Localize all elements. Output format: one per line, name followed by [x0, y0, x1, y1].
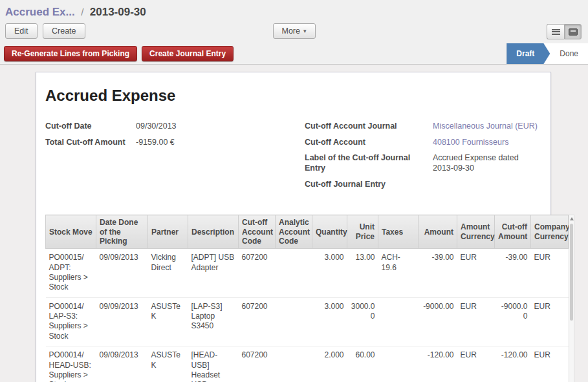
column-header[interactable]: Amount [419, 215, 457, 249]
table-row[interactable]: PO00014/ HEAD-USB: Suppliers > Stock09/0… [46, 346, 569, 382]
more-label: More [281, 27, 299, 36]
table-scrollbar[interactable] [569, 215, 574, 382]
table-row[interactable]: PO00015/ ADPT: Suppliers > Stock09/09/20… [46, 249, 569, 297]
scrollbar-thumb[interactable] [570, 224, 573, 321]
field-value: Accrued Expense dated 2013-09-30 [433, 153, 525, 173]
lines-table-zone: Stock Move Date Done of the Picking Part… [45, 215, 574, 382]
scroll-up-arrow-icon[interactable] [570, 217, 574, 220]
status-step-draft: Draft [506, 43, 550, 64]
field-group: Cut-off Date 09/30/2013 Total Cut-off Am… [45, 122, 541, 195]
column-header[interactable]: Taxes [378, 215, 419, 249]
table-cell: ACH-19.6 [378, 249, 419, 297]
table-cell: [HEAD-USB] Headset USB [188, 346, 239, 382]
table-cell: Vicking Direct [148, 249, 188, 297]
table-cell: EUR [457, 297, 495, 346]
table-cell: 2.000 [312, 346, 347, 382]
column-header[interactable]: Unit Price [347, 215, 378, 249]
field-label: Label of the Cut-off Journal Entry [305, 153, 433, 173]
table-cell [276, 346, 312, 382]
breadcrumb: Accrued Ex... / 2013-09-30 [0, 0, 588, 20]
list-icon [552, 29, 560, 35]
table-cell [378, 297, 419, 346]
lines-table: Stock Move Date Done of the Picking Part… [45, 215, 569, 382]
field-label: Cut-off Account Journal [305, 122, 433, 132]
create-journal-entry-button[interactable]: Create Journal Entry [142, 46, 234, 61]
field-label: Total Cut-off Amount [45, 138, 136, 148]
table-header-row: Stock Move Date Done of the Picking Part… [46, 215, 569, 249]
field-value: 09/30/2013 [136, 122, 177, 132]
table-cell: EUR [531, 346, 569, 382]
table-cell [378, 346, 419, 382]
column-header[interactable]: Cut-off Amount [495, 215, 531, 249]
field-label: Cut-off Journal Entry [305, 180, 433, 190]
regenerate-lines-button[interactable]: Re-Generate Lines from Picking [4, 46, 137, 61]
chevron-down-icon: ▾ [303, 28, 307, 34]
table-cell: 09/09/2013 [96, 297, 148, 346]
field-label: Cut-off Date [45, 122, 136, 132]
table-cell [276, 297, 312, 346]
table-cell: EUR [531, 249, 569, 297]
table-cell: ASUSTeK [148, 346, 188, 382]
breadcrumb-current: 2013-09-30 [90, 6, 146, 18]
table-cell: -9000.00 [419, 297, 457, 346]
table-cell: -120.00 [495, 346, 531, 382]
view-switcher [547, 24, 582, 39]
column-header[interactable]: Cut-off Account Code [239, 215, 276, 249]
column-header[interactable]: Date Done of the Picking [96, 215, 148, 249]
table-cell: EUR [457, 346, 495, 382]
table-cell: 13.00 [347, 249, 378, 297]
edit-button[interactable]: Edit [5, 23, 38, 39]
field-value: -9159.00 € [136, 138, 175, 148]
table-cell: -39.00 [495, 249, 531, 297]
table-cell: 3000.00 [347, 297, 378, 346]
table-cell: PO00014/ HEAD-USB: Suppliers > Stock [46, 346, 96, 382]
list-view-button[interactable] [547, 24, 564, 39]
table-cell: 3.000 [312, 297, 347, 346]
table-cell: PO00015/ ADPT: Suppliers > Stock [46, 249, 96, 297]
toolbar: Edit Create More ▾ [0, 20, 588, 43]
table-cell: 3.000 [312, 249, 347, 297]
column-header[interactable]: Analytic Account Code [276, 215, 312, 249]
table-cell: 607200 [239, 249, 276, 297]
form-view-button[interactable] [564, 24, 582, 39]
status-step-done: Done [550, 43, 588, 64]
table-cell: [ADPT] USB Adapter [188, 249, 239, 297]
action-bar: Re-Generate Lines from Picking Create Jo… [0, 43, 588, 65]
table-cell: -9000.00 [495, 297, 531, 346]
table-cell: 09/09/2013 [96, 346, 148, 382]
table-cell: [LAP-S3] Laptop S3450 [188, 297, 239, 346]
column-header[interactable]: Partner [148, 215, 188, 249]
field-cutoff-journal-entry: Cut-off Journal Entry [305, 180, 541, 190]
more-dropdown-button[interactable]: More ▾ [272, 23, 315, 39]
column-header[interactable]: Stock Move [46, 215, 96, 249]
form-icon [569, 28, 578, 36]
field-journal-entry-label: Label of the Cut-off Journal Entry Accru… [305, 153, 541, 173]
table-row[interactable]: PO00014/ LAP-S3: Suppliers > Stock09/09/… [46, 297, 569, 346]
account-link[interactable]: 408100 Fournisseurs [433, 138, 508, 148]
table-cell: EUR [531, 297, 569, 346]
create-button[interactable]: Create [43, 23, 85, 39]
page-title: Accrued Expense [45, 87, 541, 105]
journal-link[interactable]: Miscellaneous Journal (EUR) [433, 122, 538, 132]
table-cell: 60.00 [347, 346, 378, 382]
column-header[interactable]: Quantity [312, 215, 347, 249]
table-cell: -39.00 [419, 249, 457, 297]
breadcrumb-parent-link[interactable]: Accrued Ex... [5, 6, 75, 18]
column-header[interactable]: Company Currency [531, 215, 569, 249]
field-cutoff-date: Cut-off Date 09/30/2013 [45, 122, 305, 132]
column-header[interactable]: Amount Currency [457, 215, 495, 249]
table-cell: PO00014/ LAP-S3: Suppliers > Stock [46, 297, 96, 346]
table-cell: 607200 [239, 346, 276, 382]
statusbar: Draft Done [506, 43, 588, 64]
field-cutoff-account-journal: Cut-off Account Journal Miscellaneous Jo… [305, 122, 541, 132]
column-header[interactable]: Description [188, 215, 239, 249]
table-cell [276, 249, 312, 297]
field-cutoff-account: Cut-off Account 408100 Fournisseurs [305, 138, 541, 148]
field-total-cutoff-amount: Total Cut-off Amount -9159.00 € [45, 138, 305, 148]
breadcrumb-separator: / [81, 6, 83, 17]
field-label: Cut-off Account [305, 138, 433, 148]
table-cell: 607200 [239, 297, 276, 346]
form-sheet: Accrued Expense Cut-off Date 09/30/2013 … [36, 72, 551, 382]
table-cell: EUR [457, 249, 495, 297]
table-cell: -120.00 [419, 346, 457, 382]
